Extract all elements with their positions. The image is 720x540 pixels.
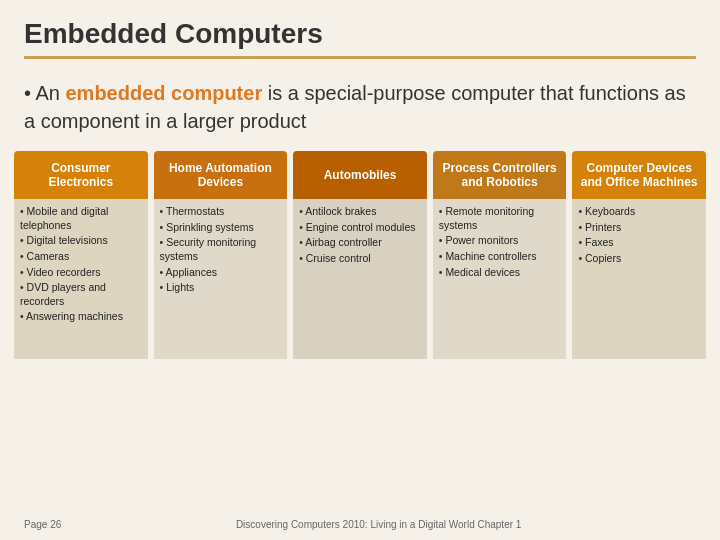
card-consumer-header: Consumer Electronics [14,151,148,199]
list-item: Lights [160,281,282,295]
card-home-body: Thermostats Sprinkling systems Security … [154,199,288,359]
card-computer: Computer Devices and Office Machines Key… [572,151,706,371]
list-item: Printers [578,221,700,235]
subtitle-highlight: embedded computer [65,82,262,104]
list-item: Remote monitoring systems [439,205,561,232]
list-item: Cameras [20,250,142,264]
list-item: Video recorders [20,266,142,280]
list-item: Copiers [578,252,700,266]
card-consumer-body: Mobile and digital telephones Digital te… [14,199,148,359]
title-bar: Embedded Computers [0,0,720,69]
card-auto: Automobiles Antilock brakes Engine contr… [293,151,427,371]
cards-row: Consumer Electronics Mobile and digital … [0,151,720,371]
footer-center: Discovering Computers 2010: Living in a … [236,519,522,530]
list-item: Thermostats [160,205,282,219]
card-auto-header: Automobiles [293,151,427,199]
list-item: Cruise control [299,252,421,266]
card-consumer-list: Mobile and digital telephones Digital te… [20,205,142,324]
card-home: Home Automation Devices Thermostats Spri… [154,151,288,371]
card-home-list: Thermostats Sprinkling systems Security … [160,205,282,295]
list-item: Engine control modules [299,221,421,235]
card-process-list: Remote monitoring systems Power monitors… [439,205,561,279]
list-item: Keyboards [578,205,700,219]
card-process-body: Remote monitoring systems Power monitors… [433,199,567,359]
card-process-header: Process Controllers and Robotics [433,151,567,199]
subtitle: • An embedded computer is a special-purp… [0,69,720,147]
card-process: Process Controllers and Robotics Remote … [433,151,567,371]
list-item: Faxes [578,236,700,250]
list-item: Medical devices [439,266,561,280]
subtitle-start: • An [24,82,65,104]
list-item: Digital televisions [20,234,142,248]
card-computer-header: Computer Devices and Office Machines [572,151,706,199]
footer: Page 26 Discovering Computers 2010: Livi… [0,519,720,530]
card-auto-list: Antilock brakes Engine control modules A… [299,205,421,266]
list-item: Sprinkling systems [160,221,282,235]
list-item: Antilock brakes [299,205,421,219]
card-home-header: Home Automation Devices [154,151,288,199]
list-item: Airbag controller [299,236,421,250]
list-item: Machine controllers [439,250,561,264]
list-item: Appliances [160,266,282,280]
card-computer-list: Keyboards Printers Faxes Copiers [578,205,700,266]
slide: Embedded Computers • An embedded compute… [0,0,720,540]
list-item: Security monitoring systems [160,236,282,263]
card-auto-body: Antilock brakes Engine control modules A… [293,199,427,359]
list-item: DVD players and recorders [20,281,142,308]
list-item: Answering machines [20,310,142,324]
page-title: Embedded Computers [24,18,696,59]
list-item: Mobile and digital telephones [20,205,142,232]
card-consumer: Consumer Electronics Mobile and digital … [14,151,148,371]
list-item: Power monitors [439,234,561,248]
footer-page: Page 26 [24,519,61,530]
card-computer-body: Keyboards Printers Faxes Copiers [572,199,706,359]
